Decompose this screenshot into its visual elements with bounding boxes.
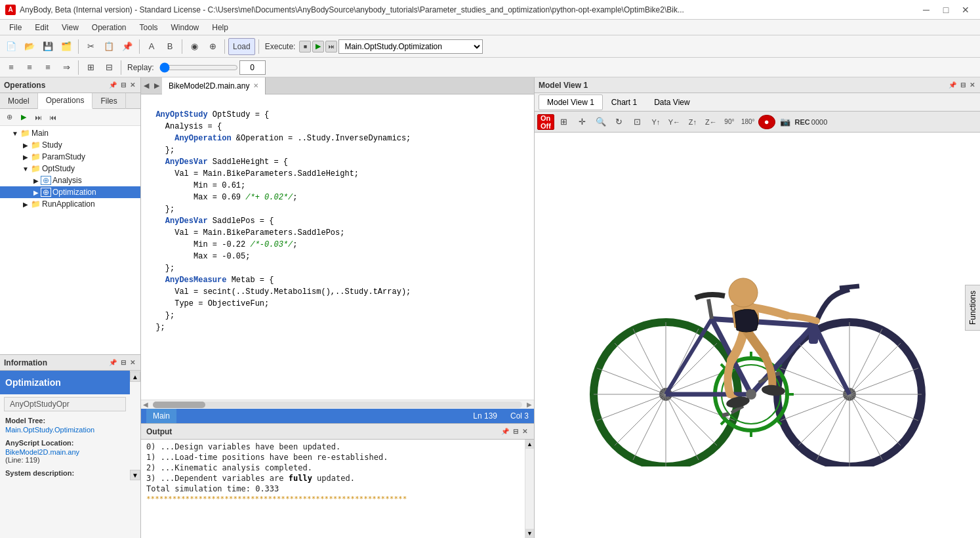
model-rotate-btn[interactable]: ↻: [611, 114, 628, 131]
tree-item-study[interactable]: ▶ 📁 Study: [0, 139, 140, 151]
tree-item-paramstudy[interactable]: ▶ 📁 ParamStudy: [0, 151, 140, 163]
model-view-float-button[interactable]: ⊟: [959, 81, 967, 89]
float-button[interactable]: ⊟: [119, 81, 127, 89]
info-pin-button[interactable]: 📌: [108, 359, 118, 366]
tab-model[interactable]: Model: [0, 93, 38, 109]
ops-end-btn[interactable]: ⏮: [46, 111, 59, 124]
toggle-runapplication[interactable]: ▶: [21, 201, 30, 208]
model-180-btn[interactable]: 180°: [739, 114, 757, 131]
ops-add-btn[interactable]: ⊕: [3, 111, 16, 124]
tree-item-optimization[interactable]: ▶ ⊕ Optimization: [0, 186, 140, 198]
tab-data-view[interactable]: Data View: [645, 94, 698, 110]
save-all-btn[interactable]: 🗂️: [58, 38, 75, 55]
toggle-optimization[interactable]: ▶: [31, 189, 41, 196]
menu-operation[interactable]: Operation: [85, 20, 133, 35]
execute-dropdown[interactable]: Main.OptStudy.Optimization: [338, 39, 483, 54]
hscroll-track[interactable]: [153, 402, 522, 408]
menu-tools[interactable]: Tools: [133, 20, 165, 35]
code-editor[interactable]: AnyOptStudy OptStudy = { Analysis = { An…: [141, 94, 534, 400]
editor-tab-close[interactable]: ✕: [253, 82, 258, 89]
view-btn2[interactable]: ⊟: [100, 59, 117, 76]
scroll-right-arrow[interactable]: ▶: [525, 401, 534, 408]
tab-model-view-1[interactable]: Model View 1: [539, 94, 603, 110]
maximize-button[interactable]: □: [937, 2, 955, 18]
output-scroll-down[interactable]: ▼: [525, 529, 534, 538]
menu-file[interactable]: File: [3, 20, 28, 35]
execute-stop-btn[interactable]: ■: [299, 41, 311, 52]
tree-item-optstudy[interactable]: ▼ 📁 OptStudy: [0, 163, 140, 175]
editor-tab-main[interactable]: BikeModel2D.main.any ✕: [162, 77, 266, 94]
close-panel-button[interactable]: ✕: [129, 81, 136, 89]
bold-btn[interactable]: B: [161, 38, 178, 55]
hscroll-thumb[interactable]: [153, 402, 205, 408]
functions-tab[interactable]: Functions: [965, 285, 980, 331]
view-btn1[interactable]: ⊞: [82, 59, 99, 76]
model-snapshot-btn[interactable]: 📷: [777, 114, 794, 131]
misc-btn2[interactable]: ⊕: [204, 38, 221, 55]
info-scroll-down[interactable]: ▼: [130, 470, 140, 480]
output-pin-button[interactable]: 📌: [500, 428, 510, 435]
model-view-pin-button[interactable]: 📌: [947, 81, 958, 89]
toggle-main[interactable]: ▼: [10, 130, 20, 137]
info-model-tree-value[interactable]: Main.OptStudy.Optimization: [5, 426, 125, 434]
execute-step-btn[interactable]: ⏭: [325, 41, 337, 52]
toggle-optstudy[interactable]: ▼: [21, 165, 30, 173]
menu-edit[interactable]: Edit: [28, 20, 55, 35]
model-yl-btn[interactable]: Y←: [666, 114, 683, 131]
bike-view[interactable]: [535, 133, 980, 538]
text-btn[interactable]: A: [143, 38, 160, 55]
model-record-btn[interactable]: ●: [758, 115, 775, 129]
load-btn[interactable]: Load: [228, 38, 255, 55]
paste-btn[interactable]: 📌: [119, 38, 136, 55]
model-y-btn[interactable]: Y↑: [647, 114, 664, 131]
model-zoom-btn[interactable]: 🔍: [592, 114, 609, 131]
editor-nav-left[interactable]: ◀: [141, 81, 152, 90]
output-scroll-up[interactable]: ▲: [525, 440, 534, 449]
info-float-button[interactable]: ⊟: [119, 359, 127, 366]
toggle-study[interactable]: ▶: [21, 142, 30, 149]
cut-btn[interactable]: ✂: [82, 38, 99, 55]
open-btn[interactable]: 📂: [21, 38, 38, 55]
model-zoomfit-btn[interactable]: ⊡: [629, 114, 646, 131]
misc-btn1[interactable]: ◉: [186, 38, 203, 55]
menu-view[interactable]: View: [55, 20, 85, 35]
align-center-btn[interactable]: ≡: [21, 59, 38, 76]
model-zl-btn[interactable]: Z←: [703, 114, 720, 131]
info-close-button[interactable]: ✕: [129, 359, 136, 366]
info-scroll-up[interactable]: ▲: [130, 371, 140, 382]
indent-btn[interactable]: ⇒: [58, 59, 75, 76]
model-move-btn[interactable]: ✛: [574, 114, 591, 131]
output-close-button[interactable]: ✕: [521, 428, 529, 435]
replay-slider[interactable]: [159, 62, 238, 73]
tab-chart-1[interactable]: Chart 1: [603, 94, 645, 110]
close-button[interactable]: ✕: [956, 2, 975, 18]
menu-help[interactable]: Help: [205, 20, 235, 35]
on-off-button[interactable]: OnOff: [537, 114, 554, 130]
tab-files[interactable]: Files: [92, 93, 125, 109]
tree-item-analysis[interactable]: ▶ ⊕ Analysis: [0, 175, 140, 186]
execute-play-btn[interactable]: ▶: [312, 41, 324, 52]
model-z-btn[interactable]: Z↑: [684, 114, 701, 131]
editor-nav-right[interactable]: ▶: [152, 81, 162, 90]
align-right-btn[interactable]: ≡: [39, 59, 56, 76]
tree-item-main[interactable]: ▼ 📁 Main: [0, 127, 140, 139]
replay-number[interactable]: [239, 60, 266, 75]
tree-item-runapplication[interactable]: ▶ 📁 RunApplication: [0, 198, 140, 210]
info-anyscript-file[interactable]: BikeModel2D.main.any: [5, 448, 125, 456]
align-left-btn[interactable]: ≡: [3, 59, 20, 76]
ops-play-btn[interactable]: ▶: [17, 111, 30, 124]
model-view-close-button[interactable]: ✕: [968, 81, 976, 89]
ops-step-btn[interactable]: ⏭: [31, 111, 45, 124]
pin-button[interactable]: 📌: [108, 81, 118, 89]
model-90-btn[interactable]: 90°: [721, 114, 738, 131]
output-float-button[interactable]: ⊟: [512, 428, 520, 435]
toggle-analysis[interactable]: ▶: [31, 177, 41, 184]
menu-window[interactable]: Window: [165, 20, 206, 35]
model-grid-btn[interactable]: ⊞: [556, 114, 573, 131]
tab-operations[interactable]: Operations: [38, 93, 93, 109]
copy-btn[interactable]: 📋: [100, 38, 117, 55]
toggle-paramstudy[interactable]: ▶: [21, 154, 30, 161]
save-btn[interactable]: 💾: [39, 38, 56, 55]
minimize-button[interactable]: ─: [917, 2, 935, 18]
scroll-left-arrow[interactable]: ◀: [141, 401, 150, 408]
